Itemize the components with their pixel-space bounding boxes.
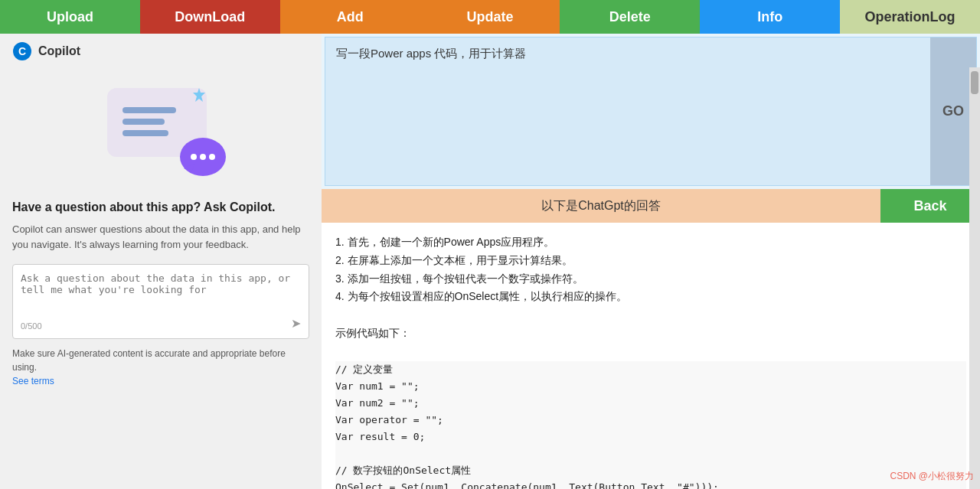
svg-rect-3 bbox=[122, 107, 176, 113]
scrollbar[interactable] bbox=[969, 67, 980, 489]
main-layout: C Copilot bbox=[0, 34, 980, 489]
copilot-question: Have a question about this app? Ask Copi… bbox=[12, 199, 309, 216]
copilot-description: Copilot can answer questions about the d… bbox=[12, 222, 309, 252]
svg-text:C: C bbox=[18, 45, 26, 57]
upload-button[interactable]: Upload bbox=[0, 0, 140, 34]
svg-point-10 bbox=[209, 154, 215, 160]
response-line: 示例代码如下： bbox=[335, 324, 966, 343]
copilot-header: C Copilot bbox=[12, 41, 309, 61]
footer-text: Make sure AI-generated content is accura… bbox=[12, 348, 286, 373]
svg-point-9 bbox=[200, 154, 206, 160]
operationlog-button[interactable]: OperationLog bbox=[840, 0, 980, 34]
copilot-input[interactable] bbox=[21, 272, 301, 318]
back-button[interactable]: Back bbox=[880, 189, 980, 223]
top-navigation: Upload DownLoad Add Update Delete Info O… bbox=[0, 0, 980, 34]
response-line: 2. 在屏幕上添加一个文本框，用于显示计算结果。 bbox=[335, 252, 966, 270]
right-panel: 写一段Power apps 代码，用于计算器 GO 以下是ChatGpt的回答 … bbox=[322, 34, 980, 489]
see-terms-link[interactable]: See terms bbox=[12, 376, 54, 386]
info-button[interactable]: Info bbox=[700, 0, 840, 34]
prompt-area: 写一段Power apps 代码，用于计算器 GO bbox=[325, 37, 977, 186]
copilot-input-area: 0/500 ➤ bbox=[12, 264, 309, 339]
char-count: 0/500 bbox=[21, 321, 301, 331]
svg-rect-5 bbox=[122, 130, 168, 136]
delete-button[interactable]: Delete bbox=[560, 0, 700, 34]
prompt-text: 写一段Power apps 代码，用于计算器 bbox=[336, 45, 965, 63]
copilot-logo-icon: C bbox=[12, 41, 32, 61]
svg-point-8 bbox=[191, 154, 197, 160]
watermark: CSDN @小松很努力 bbox=[890, 470, 974, 483]
response-line: 4. 为每个按钮设置相应的OnSelect属性，以执行相应的操作。 bbox=[335, 288, 966, 306]
svg-rect-4 bbox=[122, 119, 165, 125]
copilot-footer: Make sure AI-generated content is accura… bbox=[12, 347, 309, 388]
copilot-send-button[interactable]: ➤ bbox=[291, 316, 301, 331]
response-bar: 以下是ChatGpt的回答 Back bbox=[322, 189, 980, 223]
response-content: 1. 首先，创建一个新的Power Apps应用程序。2. 在屏幕上添加一个文本… bbox=[322, 223, 980, 489]
scroll-thumb[interactable] bbox=[971, 71, 978, 94]
response-line: 3. 添加一组按钮，每个按钮代表一个数字或操作符。 bbox=[335, 270, 966, 289]
add-button[interactable]: Add bbox=[280, 0, 420, 34]
update-button[interactable]: Update bbox=[420, 0, 560, 34]
download-button[interactable]: DownLoad bbox=[140, 0, 280, 34]
response-line: 1. 首先，创建一个新的Power Apps应用程序。 bbox=[335, 233, 966, 252]
response-label: 以下是ChatGpt的回答 bbox=[322, 189, 880, 223]
copilot-panel: C Copilot bbox=[0, 34, 322, 489]
copilot-title: Copilot bbox=[38, 44, 80, 58]
copilot-illustration bbox=[12, 69, 309, 191]
